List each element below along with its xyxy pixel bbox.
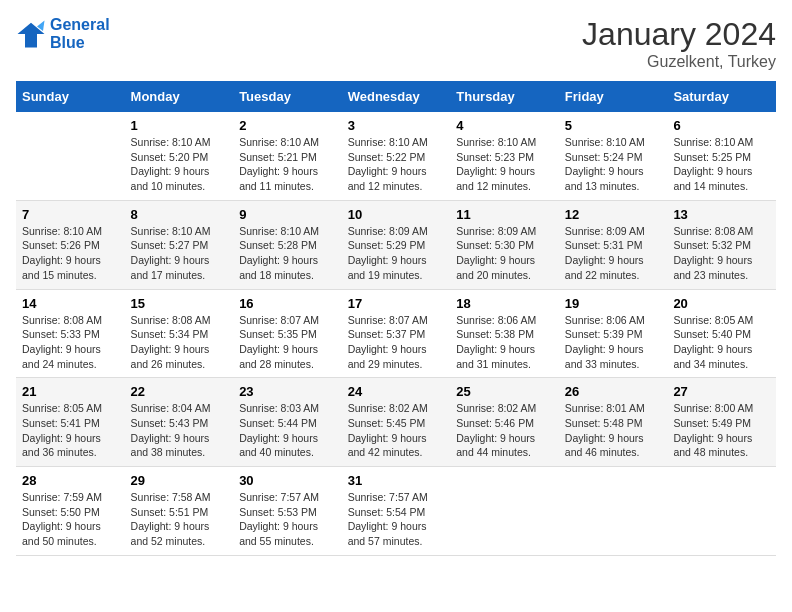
day-number: 27 <box>673 384 770 399</box>
calendar-cell: 28Sunrise: 7:59 AMSunset: 5:50 PMDayligh… <box>16 467 125 556</box>
logo: General Blue <box>16 16 110 52</box>
day-number: 26 <box>565 384 662 399</box>
day-info: Sunrise: 8:05 AMSunset: 5:41 PMDaylight:… <box>22 401 119 460</box>
calendar-cell: 14Sunrise: 8:08 AMSunset: 5:33 PMDayligh… <box>16 289 125 378</box>
calendar-cell: 18Sunrise: 8:06 AMSunset: 5:38 PMDayligh… <box>450 289 559 378</box>
day-info: Sunrise: 8:08 AMSunset: 5:34 PMDaylight:… <box>131 313 228 372</box>
day-info: Sunrise: 7:59 AMSunset: 5:50 PMDaylight:… <box>22 490 119 549</box>
calendar-cell: 13Sunrise: 8:08 AMSunset: 5:32 PMDayligh… <box>667 200 776 289</box>
week-row-3: 14Sunrise: 8:08 AMSunset: 5:33 PMDayligh… <box>16 289 776 378</box>
calendar-cell: 9Sunrise: 8:10 AMSunset: 5:28 PMDaylight… <box>233 200 342 289</box>
week-row-5: 28Sunrise: 7:59 AMSunset: 5:50 PMDayligh… <box>16 467 776 556</box>
calendar-cell: 25Sunrise: 8:02 AMSunset: 5:46 PMDayligh… <box>450 378 559 467</box>
day-number: 11 <box>456 207 553 222</box>
day-info: Sunrise: 8:10 AMSunset: 5:24 PMDaylight:… <box>565 135 662 194</box>
day-info: Sunrise: 8:03 AMSunset: 5:44 PMDaylight:… <box>239 401 336 460</box>
day-number: 1 <box>131 118 228 133</box>
day-info: Sunrise: 8:07 AMSunset: 5:37 PMDaylight:… <box>348 313 445 372</box>
days-header-row: SundayMondayTuesdayWednesdayThursdayFrid… <box>16 81 776 112</box>
calendar-cell: 31Sunrise: 7:57 AMSunset: 5:54 PMDayligh… <box>342 467 451 556</box>
day-number: 9 <box>239 207 336 222</box>
day-info: Sunrise: 8:00 AMSunset: 5:49 PMDaylight:… <box>673 401 770 460</box>
calendar-cell: 6Sunrise: 8:10 AMSunset: 5:25 PMDaylight… <box>667 112 776 200</box>
calendar-cell: 17Sunrise: 8:07 AMSunset: 5:37 PMDayligh… <box>342 289 451 378</box>
day-info: Sunrise: 8:06 AMSunset: 5:38 PMDaylight:… <box>456 313 553 372</box>
day-number: 10 <box>348 207 445 222</box>
day-number: 17 <box>348 296 445 311</box>
day-number: 20 <box>673 296 770 311</box>
day-number: 30 <box>239 473 336 488</box>
day-number: 14 <box>22 296 119 311</box>
calendar-cell: 7Sunrise: 8:10 AMSunset: 5:26 PMDaylight… <box>16 200 125 289</box>
calendar-cell <box>667 467 776 556</box>
day-info: Sunrise: 8:10 AMSunset: 5:26 PMDaylight:… <box>22 224 119 283</box>
day-info: Sunrise: 7:57 AMSunset: 5:54 PMDaylight:… <box>348 490 445 549</box>
day-info: Sunrise: 8:02 AMSunset: 5:45 PMDaylight:… <box>348 401 445 460</box>
calendar-cell: 29Sunrise: 7:58 AMSunset: 5:51 PMDayligh… <box>125 467 234 556</box>
logo-icon <box>16 19 46 49</box>
calendar-title: January 2024 <box>582 16 776 53</box>
day-number: 19 <box>565 296 662 311</box>
day-number: 15 <box>131 296 228 311</box>
day-info: Sunrise: 8:10 AMSunset: 5:27 PMDaylight:… <box>131 224 228 283</box>
header-day-thursday: Thursday <box>450 81 559 112</box>
calendar-cell: 27Sunrise: 8:00 AMSunset: 5:49 PMDayligh… <box>667 378 776 467</box>
week-row-1: 1Sunrise: 8:10 AMSunset: 5:20 PMDaylight… <box>16 112 776 200</box>
calendar-cell: 20Sunrise: 8:05 AMSunset: 5:40 PMDayligh… <box>667 289 776 378</box>
calendar-subtitle: Guzelkent, Turkey <box>582 53 776 71</box>
day-number: 13 <box>673 207 770 222</box>
day-number: 23 <box>239 384 336 399</box>
day-number: 4 <box>456 118 553 133</box>
calendar-cell: 26Sunrise: 8:01 AMSunset: 5:48 PMDayligh… <box>559 378 668 467</box>
calendar-table: SundayMondayTuesdayWednesdayThursdayFrid… <box>16 81 776 556</box>
header-day-sunday: Sunday <box>16 81 125 112</box>
calendar-cell <box>450 467 559 556</box>
day-number: 2 <box>239 118 336 133</box>
day-number: 24 <box>348 384 445 399</box>
day-info: Sunrise: 8:10 AMSunset: 5:23 PMDaylight:… <box>456 135 553 194</box>
day-number: 5 <box>565 118 662 133</box>
logo-text: General Blue <box>50 16 110 52</box>
day-info: Sunrise: 8:10 AMSunset: 5:22 PMDaylight:… <box>348 135 445 194</box>
header-day-saturday: Saturday <box>667 81 776 112</box>
day-number: 7 <box>22 207 119 222</box>
week-row-4: 21Sunrise: 8:05 AMSunset: 5:41 PMDayligh… <box>16 378 776 467</box>
day-info: Sunrise: 8:04 AMSunset: 5:43 PMDaylight:… <box>131 401 228 460</box>
day-number: 8 <box>131 207 228 222</box>
calendar-cell: 24Sunrise: 8:02 AMSunset: 5:45 PMDayligh… <box>342 378 451 467</box>
day-info: Sunrise: 8:07 AMSunset: 5:35 PMDaylight:… <box>239 313 336 372</box>
day-info: Sunrise: 8:10 AMSunset: 5:21 PMDaylight:… <box>239 135 336 194</box>
day-number: 31 <box>348 473 445 488</box>
calendar-cell: 1Sunrise: 8:10 AMSunset: 5:20 PMDaylight… <box>125 112 234 200</box>
day-info: Sunrise: 8:01 AMSunset: 5:48 PMDaylight:… <box>565 401 662 460</box>
calendar-cell: 11Sunrise: 8:09 AMSunset: 5:30 PMDayligh… <box>450 200 559 289</box>
calendar-cell: 16Sunrise: 8:07 AMSunset: 5:35 PMDayligh… <box>233 289 342 378</box>
calendar-cell: 15Sunrise: 8:08 AMSunset: 5:34 PMDayligh… <box>125 289 234 378</box>
calendar-title-block: January 2024 Guzelkent, Turkey <box>582 16 776 71</box>
calendar-cell <box>16 112 125 200</box>
day-info: Sunrise: 8:08 AMSunset: 5:32 PMDaylight:… <box>673 224 770 283</box>
header-day-tuesday: Tuesday <box>233 81 342 112</box>
day-info: Sunrise: 7:57 AMSunset: 5:53 PMDaylight:… <box>239 490 336 549</box>
day-number: 22 <box>131 384 228 399</box>
day-number: 6 <box>673 118 770 133</box>
day-number: 12 <box>565 207 662 222</box>
calendar-cell: 8Sunrise: 8:10 AMSunset: 5:27 PMDaylight… <box>125 200 234 289</box>
header-day-monday: Monday <box>125 81 234 112</box>
day-info: Sunrise: 8:10 AMSunset: 5:20 PMDaylight:… <box>131 135 228 194</box>
day-number: 21 <box>22 384 119 399</box>
day-info: Sunrise: 8:10 AMSunset: 5:25 PMDaylight:… <box>673 135 770 194</box>
week-row-2: 7Sunrise: 8:10 AMSunset: 5:26 PMDaylight… <box>16 200 776 289</box>
day-info: Sunrise: 8:02 AMSunset: 5:46 PMDaylight:… <box>456 401 553 460</box>
calendar-cell <box>559 467 668 556</box>
calendar-cell: 5Sunrise: 8:10 AMSunset: 5:24 PMDaylight… <box>559 112 668 200</box>
calendar-cell: 12Sunrise: 8:09 AMSunset: 5:31 PMDayligh… <box>559 200 668 289</box>
day-number: 3 <box>348 118 445 133</box>
calendar-cell: 23Sunrise: 8:03 AMSunset: 5:44 PMDayligh… <box>233 378 342 467</box>
calendar-cell: 21Sunrise: 8:05 AMSunset: 5:41 PMDayligh… <box>16 378 125 467</box>
day-number: 16 <box>239 296 336 311</box>
day-info: Sunrise: 8:09 AMSunset: 5:29 PMDaylight:… <box>348 224 445 283</box>
calendar-cell: 3Sunrise: 8:10 AMSunset: 5:22 PMDaylight… <box>342 112 451 200</box>
calendar-cell: 22Sunrise: 8:04 AMSunset: 5:43 PMDayligh… <box>125 378 234 467</box>
page-header: General Blue January 2024 Guzelkent, Tur… <box>16 16 776 71</box>
